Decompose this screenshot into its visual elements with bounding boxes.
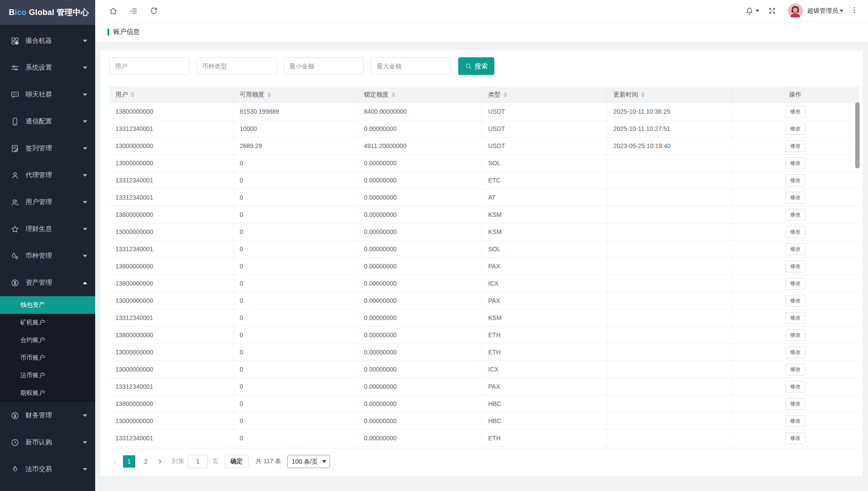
dollar-icon bbox=[11, 279, 19, 287]
cell-locked: 0.00000000 bbox=[358, 241, 482, 257]
cell-type: PAX bbox=[482, 378, 607, 395]
sort-icon bbox=[641, 92, 645, 97]
refresh-icon[interactable] bbox=[149, 7, 158, 15]
sidebar-item-users[interactable]: 用户管理 bbox=[0, 189, 95, 216]
edit-button[interactable]: 修改 bbox=[785, 381, 805, 393]
edit-button[interactable]: 修改 bbox=[785, 364, 805, 376]
sidebar-item-star[interactable]: 理财生息 bbox=[0, 216, 95, 242]
more-dots-icon[interactable] bbox=[850, 6, 858, 16]
edit-button[interactable]: 修改 bbox=[785, 312, 805, 324]
cell-actions: 修改 bbox=[731, 395, 859, 412]
sidebar-item-chat[interactable]: 聊天社群 bbox=[0, 81, 95, 108]
sidebar-item-checkin[interactable]: 签到管理 bbox=[0, 135, 95, 162]
sidebar-subitem[interactable]: 币币账户 bbox=[0, 349, 95, 367]
search-icon bbox=[465, 63, 472, 70]
cell-type: USDT bbox=[482, 138, 607, 154]
page-number-2[interactable]: 2 bbox=[140, 455, 152, 468]
column-header[interactable]: 用户 bbox=[109, 86, 234, 103]
sidebar-item-clock[interactable]: 新币认购 bbox=[0, 429, 95, 456]
edit-button[interactable]: 修改 bbox=[785, 175, 805, 186]
table-scrollbar[interactable] bbox=[855, 102, 860, 168]
edit-button[interactable]: 修改 bbox=[785, 243, 805, 255]
cell-actions: 修改 bbox=[731, 120, 859, 137]
table-row: 1300000000000.00000000KSM修改 bbox=[109, 223, 859, 241]
search-button[interactable]: 搜索 bbox=[458, 57, 494, 75]
table-header-row: 用户可用额度锁定额度类型更新时间操作 bbox=[109, 86, 859, 103]
sidebar-subitem[interactable]: 合约账户 bbox=[0, 331, 95, 349]
edit-button[interactable]: 修改 bbox=[785, 192, 805, 204]
edit-button[interactable]: 修改 bbox=[785, 106, 805, 118]
edit-button[interactable]: 修改 bbox=[785, 398, 805, 410]
edit-button[interactable]: 修改 bbox=[785, 295, 805, 307]
sidebar-item-grid[interactable]: 撮合机器 bbox=[0, 27, 95, 54]
max-amount-filter-input[interactable] bbox=[371, 57, 451, 75]
confirm-button[interactable]: 确定 bbox=[225, 455, 249, 468]
edit-button[interactable]: 修改 bbox=[785, 346, 805, 358]
table-row: 1331234000100.00000000PAX修改 bbox=[109, 378, 859, 395]
edit-button[interactable]: 修改 bbox=[785, 329, 805, 341]
fold-menu-icon[interactable] bbox=[129, 7, 138, 15]
navbar-right: 超级管理员 bbox=[741, 4, 861, 19]
edit-button[interactable]: 修改 bbox=[785, 260, 805, 272]
page-number-1[interactable]: 1 bbox=[123, 455, 135, 468]
cell-actions: 修改 bbox=[731, 155, 859, 171]
column-header[interactable]: 更新时间 bbox=[607, 86, 731, 103]
cell-locked: 0.00000000 bbox=[358, 258, 482, 275]
sidebar-subitem[interactable]: 期权账户 bbox=[0, 384, 95, 402]
sidebar-item-drops[interactable]: 币种管理 bbox=[0, 242, 95, 269]
main-area: 超级管理员 账户信息 搜索 用户可用额度锁定 bbox=[95, 0, 868, 491]
fullscreen-button[interactable] bbox=[768, 7, 776, 15]
user-menu[interactable]: 超级管理员 bbox=[807, 7, 843, 15]
edit-button[interactable]: 修改 bbox=[785, 432, 805, 444]
avatar[interactable] bbox=[788, 4, 803, 19]
column-header[interactable]: 类型 bbox=[482, 86, 607, 103]
coin-type-filter-input[interactable] bbox=[197, 57, 277, 75]
sidebar-subitem[interactable]: 钱包资产 bbox=[0, 296, 95, 314]
sidebar-item-flame[interactable]: 法币交易 bbox=[0, 456, 95, 483]
cell-locked: 0.00000000 bbox=[358, 344, 482, 361]
edit-button[interactable]: 修改 bbox=[785, 415, 805, 427]
cell-updated bbox=[607, 155, 731, 171]
table-row: 1331234000100.00000000KSM修改 bbox=[109, 309, 859, 327]
table-row: 1380000000000.00000000KSM修改 bbox=[109, 206, 859, 223]
sidebar-item-phone[interactable]: 通信配置 bbox=[0, 108, 95, 135]
goto-page-input[interactable] bbox=[188, 455, 208, 468]
sidebar-subitem[interactable]: 矿机账户 bbox=[0, 314, 95, 331]
next-page-button[interactable] bbox=[154, 455, 166, 468]
edit-button[interactable]: 修改 bbox=[785, 278, 805, 290]
sidebar-item-label: 通信配置 bbox=[26, 117, 83, 126]
edit-button[interactable]: 修改 bbox=[785, 123, 805, 135]
sidebar-item-agent[interactable]: 代理管理 bbox=[0, 162, 95, 189]
cell-available: 10000 bbox=[234, 120, 358, 137]
user-filter-input[interactable] bbox=[109, 57, 189, 75]
edit-button[interactable]: 修改 bbox=[785, 157, 805, 169]
page-size-select[interactable]: 100 条/页 bbox=[287, 455, 330, 468]
chevron-down-icon bbox=[83, 147, 87, 150]
sidebar-item-sliders[interactable]: 系统设置 bbox=[0, 54, 95, 81]
cell-updated bbox=[607, 309, 731, 326]
cell-locked: 0.00000000 bbox=[358, 327, 482, 343]
home-icon[interactable] bbox=[109, 7, 118, 15]
min-amount-filter-input[interactable] bbox=[284, 57, 364, 75]
chevron-down-icon bbox=[83, 201, 87, 204]
goto-suffix-label: 页 bbox=[212, 458, 219, 465]
column-header[interactable]: 锁定额度 bbox=[358, 86, 482, 103]
notifications-button[interactable] bbox=[745, 7, 759, 15]
cell-actions: 修改 bbox=[731, 413, 859, 429]
cell-available: 0 bbox=[234, 430, 358, 446]
title-accent-bar bbox=[108, 29, 109, 36]
sidebar-item-dollar[interactable]: 资产管理 bbox=[0, 269, 95, 296]
cell-actions: 修改 bbox=[731, 103, 859, 120]
edit-button[interactable]: 修改 bbox=[785, 140, 805, 152]
cell-updated bbox=[607, 327, 731, 343]
cell-user: 13000000000 bbox=[109, 138, 234, 154]
column-header[interactable]: 可用额度 bbox=[234, 86, 358, 103]
table-row: 1380000000000.00000000ICX修改 bbox=[109, 275, 859, 292]
sidebar-subitem[interactable]: 法币账户 bbox=[0, 367, 95, 384]
sidebar-item-yen[interactable]: 财务管理 bbox=[0, 402, 95, 429]
table-row: 1380000000000.00000000HBC修改 bbox=[109, 395, 859, 413]
chevron-down-icon bbox=[83, 93, 87, 96]
edit-button[interactable]: 修改 bbox=[785, 209, 805, 221]
edit-button[interactable]: 修改 bbox=[785, 226, 805, 238]
prev-page-button[interactable] bbox=[109, 455, 121, 468]
